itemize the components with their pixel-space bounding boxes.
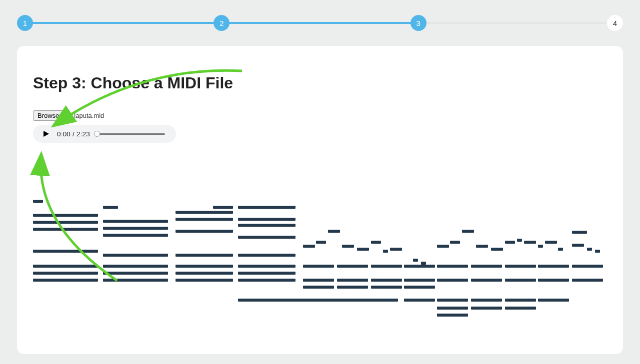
midi-note bbox=[491, 248, 503, 251]
midi-note bbox=[505, 241, 515, 244]
midi-note bbox=[404, 286, 435, 289]
midi-note bbox=[103, 254, 168, 257]
midi-note bbox=[328, 230, 340, 233]
midi-note bbox=[33, 214, 98, 217]
midi-note bbox=[437, 314, 468, 317]
midi-note bbox=[572, 244, 584, 247]
midi-note bbox=[103, 220, 168, 223]
midi-note bbox=[524, 241, 536, 244]
midi-note bbox=[176, 265, 233, 268]
midi-note bbox=[404, 279, 435, 282]
midi-note bbox=[404, 265, 435, 268]
midi-note bbox=[390, 248, 402, 251]
audio-current-time: 0:00 bbox=[57, 130, 70, 138]
audio-duration: 2:23 bbox=[76, 130, 90, 138]
midi-note bbox=[538, 265, 569, 268]
step-card: Step 3: Choose a MIDI File Browse… laput… bbox=[17, 46, 623, 354]
file-chooser-row: Browse… laputa.mid bbox=[33, 110, 607, 121]
midi-note bbox=[33, 221, 98, 224]
midi-note bbox=[176, 218, 233, 221]
midi-note bbox=[303, 265, 334, 268]
midi-note bbox=[303, 245, 315, 248]
midi-note bbox=[505, 279, 536, 282]
midi-note bbox=[176, 279, 233, 282]
midi-note bbox=[238, 265, 296, 268]
midi-note bbox=[572, 279, 603, 282]
step-node-3[interactable]: 3 bbox=[410, 15, 426, 31]
audio-time-display: 0:00 / 2:23 bbox=[57, 130, 90, 138]
midi-note bbox=[587, 248, 592, 251]
browse-button[interactable]: Browse… bbox=[33, 110, 70, 121]
midi-note bbox=[316, 241, 326, 244]
midi-note bbox=[437, 299, 468, 302]
audio-seek-thumb[interactable] bbox=[94, 131, 100, 137]
midi-note bbox=[505, 265, 536, 268]
step-node-4[interactable]: 4 bbox=[607, 15, 623, 31]
midi-note bbox=[33, 200, 43, 203]
midi-note bbox=[437, 279, 468, 282]
midi-note bbox=[595, 250, 600, 253]
midi-note bbox=[413, 259, 418, 262]
midi-piano-roll bbox=[33, 200, 607, 334]
midi-note bbox=[505, 299, 536, 302]
play-button[interactable] bbox=[42, 130, 50, 138]
midi-note bbox=[213, 206, 233, 209]
midi-note bbox=[303, 286, 334, 289]
midi-note bbox=[33, 250, 98, 253]
midi-note bbox=[471, 279, 502, 282]
midi-note bbox=[538, 299, 569, 302]
midi-note bbox=[33, 272, 98, 275]
midi-note bbox=[103, 265, 168, 268]
midi-note bbox=[103, 234, 168, 237]
audio-seek-track[interactable] bbox=[97, 133, 165, 135]
selected-file-name: laputa.mid bbox=[74, 112, 104, 119]
midi-note bbox=[437, 265, 468, 268]
midi-note bbox=[103, 272, 168, 275]
midi-note bbox=[476, 245, 488, 248]
midi-note bbox=[371, 265, 402, 268]
midi-note bbox=[238, 218, 296, 221]
midi-note bbox=[337, 265, 368, 268]
midi-note bbox=[303, 279, 334, 282]
midi-note bbox=[103, 227, 168, 230]
midi-note bbox=[238, 206, 296, 209]
midi-note bbox=[371, 279, 402, 282]
midi-note bbox=[342, 245, 354, 248]
midi-note bbox=[33, 279, 98, 282]
midi-note bbox=[437, 245, 449, 248]
audio-player: 0:00 / 2:23 bbox=[33, 125, 176, 143]
midi-note bbox=[538, 245, 543, 248]
midi-note bbox=[337, 279, 368, 282]
midi-note bbox=[404, 299, 435, 302]
midi-note bbox=[238, 272, 296, 275]
midi-note bbox=[545, 241, 557, 244]
midi-note bbox=[238, 299, 398, 302]
midi-note bbox=[176, 211, 233, 214]
wizard-stepper: 1234 bbox=[0, 0, 640, 30]
midi-note bbox=[572, 231, 587, 234]
midi-note bbox=[371, 286, 402, 289]
midi-note bbox=[421, 262, 426, 265]
midi-note bbox=[558, 248, 563, 251]
midi-note bbox=[517, 239, 522, 242]
midi-note bbox=[238, 224, 296, 227]
midi-note bbox=[103, 206, 118, 209]
step-node-1[interactable]: 1 bbox=[17, 15, 33, 31]
midi-note bbox=[337, 286, 368, 289]
midi-note bbox=[33, 265, 98, 268]
step-title: Step 3: Choose a MIDI File bbox=[33, 74, 607, 92]
midi-note bbox=[471, 265, 502, 268]
svg-marker-0 bbox=[44, 131, 49, 137]
step-node-2[interactable]: 2 bbox=[214, 15, 230, 31]
midi-note bbox=[238, 236, 296, 239]
midi-note bbox=[176, 230, 233, 233]
midi-note bbox=[238, 279, 296, 282]
midi-note bbox=[471, 299, 502, 302]
midi-note bbox=[176, 272, 233, 275]
play-icon bbox=[42, 130, 50, 137]
midi-note bbox=[505, 307, 536, 310]
midi-note bbox=[450, 241, 460, 244]
midi-note bbox=[176, 254, 233, 257]
midi-note bbox=[383, 250, 388, 253]
midi-note bbox=[103, 279, 168, 282]
